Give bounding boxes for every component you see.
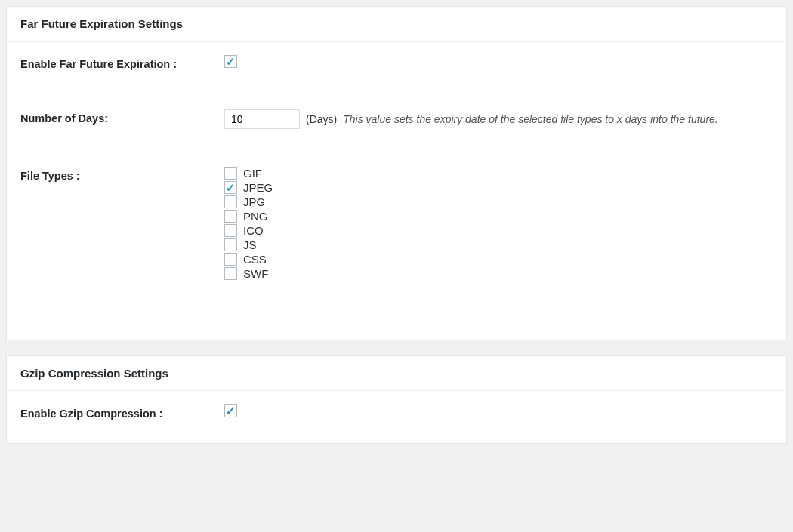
file-type-item-gif: GIF [224, 167, 273, 180]
file-type-label-ico: ICO [243, 224, 264, 237]
file-type-item-jpg: JPG [224, 195, 273, 208]
number-of-days-value: (Days) This value sets the expiry date o… [224, 109, 773, 129]
file-type-item-css: CSS [224, 253, 273, 266]
enable-far-future-value [224, 55, 773, 68]
file-types-list: GIF JPEG JPG PNG [224, 167, 273, 280]
file-type-label-gif: GIF [243, 167, 262, 180]
file-type-checkbox-swf[interactable] [224, 267, 237, 280]
enable-far-future-label: Enable Far Future Expiration : [20, 55, 224, 72]
days-description: This value sets the expiry date of the s… [343, 111, 718, 128]
number-of-days-inline: (Days) This value sets the expiry date o… [224, 109, 718, 129]
number-of-days-label: Number of Days: [20, 109, 224, 126]
file-types-value: GIF JPEG JPG PNG [224, 167, 773, 280]
file-type-checkbox-js[interactable] [224, 238, 237, 251]
far-future-panel-body: Enable Far Future Expiration : Number of… [7, 42, 786, 340]
enable-gzip-label: Enable Gzip Compression : [20, 404, 224, 421]
file-type-label-jpg: JPG [243, 195, 265, 208]
enable-far-future-checkbox[interactable] [224, 55, 237, 68]
file-type-item-js: JS [224, 238, 273, 251]
file-type-label-swf: SWF [243, 267, 268, 280]
file-type-checkbox-jpg[interactable] [224, 195, 237, 208]
file-type-label-png: PNG [243, 210, 268, 223]
file-type-item-ico: ICO [224, 224, 273, 237]
file-type-label-jpeg: JPEG [243, 181, 273, 194]
enable-gzip-checkbox[interactable] [224, 404, 237, 417]
file-type-checkbox-gif[interactable] [224, 167, 237, 180]
gzip-panel-body: Enable Gzip Compression : [7, 391, 786, 442]
file-type-checkbox-png[interactable] [224, 210, 237, 223]
gzip-panel: Gzip Compression Settings Enable Gzip Co… [6, 355, 787, 443]
days-suffix: (Days) [306, 113, 337, 125]
gzip-title: Gzip Compression Settings [20, 367, 773, 380]
file-type-item-png: PNG [224, 210, 273, 223]
gzip-panel-header: Gzip Compression Settings [7, 356, 786, 391]
file-type-checkbox-jpeg[interactable] [224, 181, 237, 194]
far-future-title: Far Future Expiration Settings [20, 17, 773, 30]
enable-gzip-row: Enable Gzip Compression : [20, 404, 773, 421]
file-types-row: File Types : GIF JPEG JPG [20, 167, 773, 280]
file-type-label-js: JS [243, 238, 257, 251]
file-types-label: File Types : [20, 167, 224, 183]
file-type-checkbox-css[interactable] [224, 253, 237, 266]
number-of-days-input[interactable] [224, 109, 300, 129]
far-future-panel: Far Future Expiration Settings Enable Fa… [6, 6, 787, 340]
file-type-item-swf: SWF [224, 267, 273, 280]
file-type-label-css: CSS [243, 253, 267, 266]
enable-far-future-row: Enable Far Future Expiration : [20, 55, 773, 72]
far-future-panel-header: Far Future Expiration Settings [7, 7, 786, 42]
number-of-days-row: Number of Days: (Days) This value sets t… [20, 109, 773, 129]
panel-divider [20, 318, 773, 318]
file-type-checkbox-ico[interactable] [224, 224, 237, 237]
enable-gzip-value [224, 404, 773, 417]
file-type-item-jpeg: JPEG [224, 181, 273, 194]
